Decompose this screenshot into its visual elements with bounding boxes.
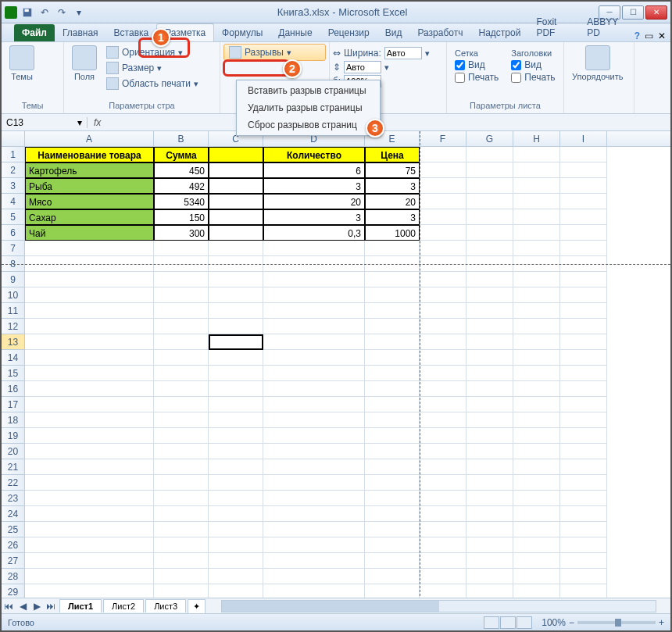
row-header-6[interactable]: 6 xyxy=(2,225,24,241)
cell-I25[interactable] xyxy=(560,522,607,537)
row-header-27[interactable]: 27 xyxy=(2,553,24,569)
cell-A14[interactable] xyxy=(25,350,154,366)
cell[interactable] xyxy=(420,194,466,209)
cell-F22[interactable] xyxy=(420,475,466,491)
cell-G10[interactable] xyxy=(466,287,513,303)
arrange-button[interactable]: Упорядочить xyxy=(567,44,627,83)
cell-F21[interactable] xyxy=(420,459,466,475)
cell-C14[interactable] xyxy=(209,350,263,366)
data-price-0[interactable]: 75 xyxy=(365,162,420,178)
cell-H22[interactable] xyxy=(513,475,560,491)
cell-G15[interactable] xyxy=(466,366,513,381)
cell[interactable] xyxy=(209,225,263,241)
cell-G24[interactable] xyxy=(466,506,513,522)
cell-F7[interactable] xyxy=(420,241,466,256)
cell-C18[interactable] xyxy=(209,412,263,428)
cell-E15[interactable] xyxy=(365,366,420,381)
cell-A27[interactable] xyxy=(25,553,154,569)
cell[interactable] xyxy=(466,147,513,162)
cell-D14[interactable] xyxy=(263,350,365,366)
print-area-button[interactable]: Область печати ▾ xyxy=(105,77,200,91)
row-header-11[interactable]: 11 xyxy=(2,303,24,319)
cell-E21[interactable] xyxy=(365,459,420,475)
row-header-16[interactable]: 16 xyxy=(2,381,24,397)
data-name-2[interactable]: Мясо xyxy=(25,194,154,209)
col-header-B[interactable]: B xyxy=(154,131,209,146)
cell-F24[interactable] xyxy=(420,506,466,522)
data-qty-4[interactable]: 0,3 xyxy=(263,225,365,241)
cell[interactable] xyxy=(209,194,263,209)
cell-F15[interactable] xyxy=(420,366,466,381)
cell-D20[interactable] xyxy=(263,444,365,459)
cell[interactable] xyxy=(466,178,513,194)
tab-home[interactable]: Главная xyxy=(55,24,106,41)
cell-E10[interactable] xyxy=(365,287,420,303)
cell-H19[interactable] xyxy=(513,428,560,444)
cell-G28[interactable] xyxy=(466,569,513,584)
cell-E27[interactable] xyxy=(365,553,420,569)
cell-F20[interactable] xyxy=(420,444,466,459)
cell-D15[interactable] xyxy=(263,366,365,381)
cell[interactable] xyxy=(209,209,263,225)
cell-H10[interactable] xyxy=(513,287,560,303)
cell-I18[interactable] xyxy=(560,412,607,428)
cell-C12[interactable] xyxy=(209,319,263,334)
tab-nav-prev[interactable]: ◀ xyxy=(16,601,30,612)
ribbon-min-icon[interactable]: ▭ xyxy=(645,30,653,41)
col-header-H[interactable]: H xyxy=(513,131,560,146)
cell-I15[interactable] xyxy=(560,366,607,381)
cell-C19[interactable] xyxy=(209,428,263,444)
cell[interactable] xyxy=(560,209,607,225)
cell-G18[interactable] xyxy=(466,412,513,428)
cell-D10[interactable] xyxy=(263,287,365,303)
cell-I11[interactable] xyxy=(560,303,607,319)
cell-B11[interactable] xyxy=(154,303,209,319)
header-name[interactable]: Наименование товара xyxy=(25,147,154,162)
scale-height-input[interactable] xyxy=(344,61,381,73)
data-name-4[interactable]: Чай xyxy=(25,225,154,241)
cell-F11[interactable] xyxy=(420,303,466,319)
cell-I21[interactable] xyxy=(560,459,607,475)
cell-C27[interactable] xyxy=(209,553,263,569)
cell-A16[interactable] xyxy=(25,381,154,397)
cell-G23[interactable] xyxy=(466,491,513,506)
close-button[interactable]: ✕ xyxy=(645,5,667,20)
cell[interactable] xyxy=(466,194,513,209)
cell-C28[interactable] xyxy=(209,569,263,584)
row-header-22[interactable]: 22 xyxy=(2,475,24,491)
row-header-9[interactable]: 9 xyxy=(2,272,24,287)
cell-D27[interactable] xyxy=(263,553,365,569)
cell[interactable] xyxy=(420,147,466,162)
cell-G11[interactable] xyxy=(466,303,513,319)
tab-nav-next[interactable]: ▶ xyxy=(30,601,44,612)
tab-foxit[interactable]: Foxit PDF xyxy=(528,13,579,41)
cell-F18[interactable] xyxy=(420,412,466,428)
cell-H9[interactable] xyxy=(513,272,560,287)
cell-A28[interactable] xyxy=(25,569,154,584)
cell-I20[interactable] xyxy=(560,444,607,459)
undo-icon[interactable]: ↶ xyxy=(38,5,52,20)
zoom-out-button[interactable]: − xyxy=(569,617,574,628)
data-name-3[interactable]: Сахар xyxy=(25,209,154,225)
cell-A22[interactable] xyxy=(25,475,154,491)
cell-A12[interactable] xyxy=(25,319,154,334)
help-icon[interactable]: ? xyxy=(634,30,640,41)
cell[interactable] xyxy=(420,225,466,241)
cell-C9[interactable] xyxy=(209,272,263,287)
header-sum[interactable]: Сумма xyxy=(154,147,209,162)
cell-E26[interactable] xyxy=(365,537,420,553)
cell-B28[interactable] xyxy=(154,569,209,584)
fx-icon[interactable]: fx xyxy=(88,117,107,128)
cell[interactable] xyxy=(560,162,607,178)
zoom-thumb[interactable] xyxy=(615,619,621,627)
cell-D7[interactable] xyxy=(263,241,365,256)
cell-C21[interactable] xyxy=(209,459,263,475)
cell-E20[interactable] xyxy=(365,444,420,459)
save-icon[interactable] xyxy=(20,5,34,20)
header-price[interactable]: Цена xyxy=(365,147,420,162)
cell-C7[interactable] xyxy=(209,241,263,256)
cell-G9[interactable] xyxy=(466,272,513,287)
cell-D18[interactable] xyxy=(263,412,365,428)
cell-B14[interactable] xyxy=(154,350,209,366)
view-break-button[interactable] xyxy=(517,616,532,629)
